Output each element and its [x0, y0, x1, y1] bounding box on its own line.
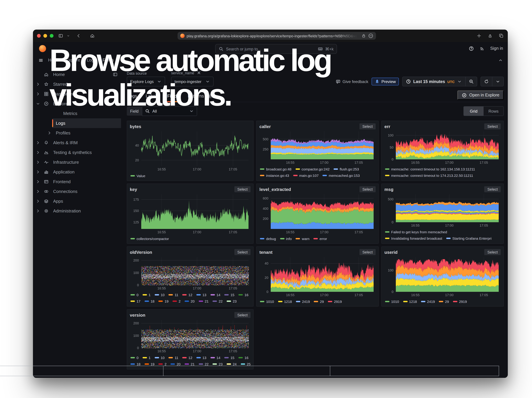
select-button[interactable]: Select [484, 186, 501, 192]
legend-item[interactable]: 19 [158, 299, 169, 303]
ellipsis-icon[interactable] [368, 33, 373, 38]
chart-canvas[interactable] [260, 130, 376, 165]
chevron-right-icon[interactable] [36, 160, 40, 165]
sidebar-item-alerts-irm[interactable]: Alerts & IRM [33, 138, 121, 148]
address-bar[interactable]: play.grafana.org/a/grafana-lokiexplore-a… [177, 32, 376, 40]
chart-canvas[interactable] [260, 193, 376, 235]
legend-item[interactable]: 22 [213, 299, 223, 303]
chevron-right-icon[interactable] [47, 131, 52, 136]
legend-item[interactable]: flush.go:253 [334, 167, 359, 171]
legend-item[interactable]: 1218 [403, 299, 417, 303]
breadcrumb-item-explore[interactable]: Explore [66, 58, 80, 62]
legend-item[interactable]: 10 [154, 293, 165, 297]
sidebar-item-profiles[interactable]: Profiles [33, 128, 121, 138]
breadcrumb-item-logs[interactable]: Logs [87, 58, 96, 62]
legend-item[interactable]: info [280, 236, 292, 241]
legend-item[interactable]: 2419 [296, 299, 310, 303]
chevron-right-icon[interactable] [36, 189, 40, 194]
rows-view-button[interactable]: Rows [484, 106, 503, 116]
legend-item[interactable]: 18 [131, 362, 140, 366]
chevron-right-icon[interactable] [36, 169, 40, 174]
close-window-button[interactable] [37, 34, 41, 38]
help-icon[interactable] [469, 46, 474, 51]
legend-item[interactable]: 2919 [453, 299, 467, 303]
legend-item[interactable]: Invalidating forwarded broadcast [385, 236, 442, 240]
chevron-right-icon[interactable] [36, 179, 40, 184]
legend-item[interactable]: 12 [183, 355, 192, 360]
sidebar-item-frontend[interactable]: Frontend [33, 177, 121, 187]
legend-item[interactable]: Value [131, 174, 145, 178]
legend-item[interactable]: 15 [224, 293, 234, 297]
legend-item[interactable]: debug [260, 236, 276, 241]
chart-canvas[interactable] [130, 319, 251, 354]
tab-fields[interactable]: Fields [167, 93, 180, 102]
legend-item[interactable]: memcached.go:153 [323, 173, 360, 177]
home-toolbar-icon[interactable] [90, 33, 95, 38]
legend-item[interactable]: 18 [145, 299, 154, 303]
legend-item[interactable]: collectors/compactor [131, 236, 169, 241]
legend-item[interactable]: instance.go:43 [260, 173, 289, 177]
sidebar-item-infrastructure[interactable]: Infrastructure [33, 157, 121, 167]
tab-labels[interactable]: Labels [145, 93, 159, 102]
legend-item[interactable]: 20 [171, 362, 180, 366]
field-search-select[interactable]: All [142, 106, 197, 116]
legend-item[interactable]: 24 [227, 362, 237, 366]
select-button[interactable]: Select [484, 249, 501, 255]
chart-canvas[interactable] [130, 193, 251, 235]
back-icon[interactable] [76, 33, 81, 38]
sidebar-item-starred[interactable]: Starred [33, 79, 121, 89]
select-button[interactable]: Select [484, 123, 501, 129]
legend-item[interactable]: 15 [224, 355, 234, 360]
service-filter-select[interactable]: tempo-ingester [171, 77, 214, 86]
minimize-window-button[interactable] [43, 34, 47, 38]
zoom-window-button[interactable] [50, 34, 53, 38]
sidebar-item-apps[interactable]: Apps [33, 196, 121, 206]
legend-item[interactable]: 22 [199, 362, 209, 366]
legend-item[interactable]: 11 [169, 355, 178, 360]
new-tab-icon[interactable] [476, 33, 481, 38]
legend-item[interactable]: 20 [185, 299, 195, 303]
chevron-right-icon[interactable] [36, 82, 40, 87]
legend-item[interactable]: 14 [210, 293, 220, 297]
chevron-down-icon[interactable] [67, 33, 70, 38]
legend-item[interactable]: 1218 [278, 299, 292, 303]
zoom-out-button[interactable] [466, 77, 477, 86]
tab-logs[interactable]: Logs [127, 93, 138, 102]
legend-item[interactable]: 1010 [385, 299, 399, 303]
legend-item[interactable]: broadcast.go:48 [260, 167, 291, 171]
legend-item[interactable]: 23 [213, 362, 223, 366]
refresh-button[interactable] [481, 77, 492, 86]
select-button[interactable]: Select [234, 186, 251, 192]
chart-canvas[interactable] [130, 256, 251, 291]
chevron-right-icon[interactable] [36, 199, 40, 204]
legend-item[interactable]: Failed to get keys from memcached [385, 230, 447, 234]
legend-item[interactable]: 1 [143, 293, 151, 297]
legend-item[interactable]: 21 [185, 362, 195, 366]
select-button[interactable]: Select [359, 249, 376, 255]
legend-item[interactable]: 12 [183, 293, 192, 297]
legend-item[interactable]: 29 [439, 299, 449, 303]
legend-item[interactable]: warn [296, 236, 310, 241]
legend-item[interactable]: 25 [241, 362, 251, 366]
chart-canvas[interactable] [384, 256, 501, 298]
grid-view-button[interactable]: Grid [464, 106, 484, 116]
sidebar-toggle-icon[interactable] [58, 33, 63, 38]
breadcrumb-item-home[interactable]: Home [48, 58, 59, 62]
legend-item[interactable]: 2919 [328, 299, 342, 303]
chevron-right-icon[interactable] [36, 91, 40, 96]
menu-icon[interactable] [38, 58, 43, 63]
sign-in-link[interactable]: Sign in [490, 46, 503, 51]
legend-item[interactable]: 29 [314, 299, 324, 303]
sidebar-item-testing-synthetics[interactable]: Testing & synthetics [33, 148, 121, 157]
legend-item[interactable]: 2 [172, 299, 181, 303]
sidebar-item-metrics[interactable]: Metrics [33, 109, 121, 118]
legend-item[interactable]: 23 [227, 299, 237, 303]
preview-button[interactable]: Preview [372, 78, 399, 85]
collapse-icon[interactable] [498, 58, 503, 63]
legend-item[interactable]: 11 [169, 293, 178, 297]
legend-item[interactable]: 19 [145, 362, 154, 366]
sidebar-item-dashboards[interactable]: Dashboards [33, 89, 121, 99]
legend-item[interactable]: compactor.go:242 [295, 167, 329, 171]
chevron-right-icon[interactable] [36, 140, 40, 145]
legend-item[interactable]: Starting Grafana Enterpri [446, 236, 492, 240]
